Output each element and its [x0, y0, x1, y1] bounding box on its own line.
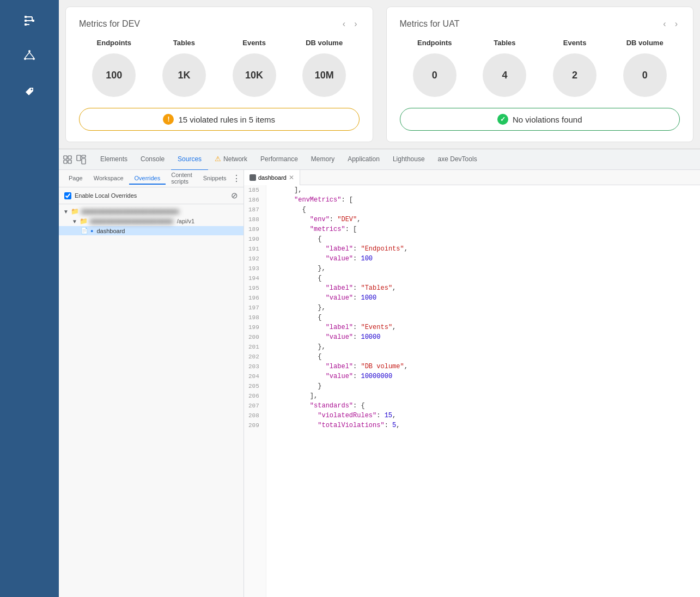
- ln-206: 206: [248, 391, 259, 401]
- code-line-201: },: [271, 342, 696, 352]
- svg-rect-20: [82, 155, 86, 157]
- metrics-dev-next[interactable]: ›: [352, 18, 359, 30]
- code-editor[interactable]: 185 186 187 188 189 190 191 192 193 194 …: [244, 185, 700, 597]
- code-line-202: {: [271, 352, 696, 362]
- tab-performance[interactable]: Performance: [254, 149, 305, 170]
- metric-dev-endpoints-label: Endpoints: [97, 39, 132, 47]
- metric-dev-events-value: 10K: [233, 53, 276, 97]
- svg-rect-19: [77, 155, 81, 161]
- metric-uat-events-value: 2: [553, 53, 596, 97]
- code-line-205: }: [271, 381, 696, 391]
- tab-memory[interactable]: Memory: [305, 149, 341, 170]
- overrides-toolbar: Enable Local Overrides ⊘: [59, 187, 244, 204]
- sidebar-icon-tag[interactable]: [17, 78, 41, 102]
- code-line-185: ],: [271, 185, 696, 195]
- violations-text-dev: 15 violated rules in 5 items: [178, 115, 275, 124]
- metrics-card-dev: Metrics for DEV ‹ › Endpoints 100 Tables…: [65, 7, 373, 142]
- tree-child-folder[interactable]: ▼ 📁 ■■■■■■■■■■■■■■■■■■■■■■■ /api/v1: [59, 216, 244, 226]
- metric-dev-tables-label: Tables: [173, 39, 195, 47]
- subtab-more-button[interactable]: ⋮: [232, 173, 241, 184]
- network-warning-icon: ⚠: [215, 153, 221, 165]
- ln-203: 203: [248, 362, 259, 371]
- metric-dev-endpoints-value: 100: [92, 53, 136, 97]
- ln-204: 204: [248, 371, 259, 381]
- tree-child-toggle: ▼: [72, 218, 77, 224]
- code-line-195: "label": "Tables",: [271, 283, 696, 293]
- ln-197: 197: [248, 303, 259, 313]
- metric-dev-tables-value: 1K: [162, 53, 206, 97]
- tree-root-toggle: ▼: [63, 209, 69, 215]
- ln-198: 198: [248, 313, 259, 322]
- code-line-194: {: [271, 273, 696, 283]
- metric-uat-tables-label: Tables: [494, 39, 515, 47]
- clear-overrides-icon[interactable]: ⊘: [231, 191, 238, 200]
- svg-rect-1: [25, 20, 27, 22]
- sidebar: [0, 0, 59, 597]
- tab-lighthouse[interactable]: Lighthouse: [386, 149, 431, 170]
- editor-tab-label: dashboard: [258, 174, 287, 181]
- ln-208: 208: [248, 411, 259, 421]
- sidebar-icon-topology[interactable]: [17, 44, 41, 68]
- code-line-190: {: [271, 234, 696, 244]
- svg-line-12: [29, 52, 34, 58]
- subtab-overrides[interactable]: Overrides: [129, 173, 166, 185]
- devtools-content: Page Workspace Overrides Content scripts…: [59, 170, 700, 597]
- editor-tab-close-button[interactable]: ✕: [289, 174, 294, 181]
- subtab-content-scripts[interactable]: Content scripts: [166, 170, 198, 188]
- metrics-card-dev-title: Metrics for DEV: [79, 19, 140, 29]
- code-line-191: "label": "Endpoints",: [271, 244, 696, 254]
- metric-dev-dbvolume: DB volume 10M: [302, 39, 346, 97]
- tab-sources[interactable]: Sources: [171, 149, 208, 170]
- code-line-204: "value": 10000000: [271, 371, 696, 381]
- tab-application[interactable]: Application: [341, 149, 386, 170]
- tab-console[interactable]: Console: [134, 149, 171, 170]
- violation-icon-uat: ✓: [497, 114, 508, 125]
- ln-189: 189: [248, 224, 259, 234]
- metric-uat-dbvolume-value: 0: [623, 53, 667, 97]
- metric-dev-events: Events 10K: [233, 39, 276, 97]
- ln-193: 193: [248, 264, 259, 273]
- metric-uat-dbvolume-label: DB volume: [626, 39, 664, 47]
- enable-overrides-input[interactable]: [64, 192, 71, 199]
- ln-191: 191: [248, 244, 259, 254]
- code-line-196: "value": 1000: [271, 293, 696, 303]
- code-line-203: "label": "DB volume",: [271, 362, 696, 371]
- tab-axe[interactable]: axe DevTools: [431, 149, 484, 170]
- subtab-page[interactable]: Page: [63, 173, 88, 185]
- svg-point-14: [31, 89, 33, 90]
- editor-tab-dashboard[interactable]: dashboard ✕: [244, 170, 300, 185]
- code-line-188: "env": "DEV",: [271, 215, 696, 224]
- metrics-card-uat: Metrics for UAT ‹ › Endpoints 0 Tables 4…: [386, 7, 694, 142]
- svg-point-8: [28, 50, 31, 52]
- ln-195: 195: [248, 283, 259, 293]
- tab-network[interactable]: ⚠ Network: [208, 149, 254, 170]
- sidebar-icon-routes[interactable]: [17, 9, 41, 33]
- metric-uat-events: Events 2: [553, 39, 596, 97]
- code-line-192: "value": 100: [271, 254, 696, 264]
- tree-root[interactable]: ▼ 📁 ■■■■■■■■■■■■■■■■■■■■■■■■■■■: [59, 206, 244, 216]
- violations-banner-dev[interactable]: ! 15 violated rules in 5 items: [79, 108, 360, 131]
- tab-elements[interactable]: Elements: [94, 149, 134, 170]
- metric-dev-dbvolume-label: DB volume: [306, 39, 343, 47]
- metrics-uat-cols: Endpoints 0 Tables 4 Events 2 DB volume …: [400, 39, 680, 97]
- ln-196: 196: [248, 293, 259, 303]
- metrics-uat-next[interactable]: ›: [673, 18, 680, 30]
- subtab-workspace[interactable]: Workspace: [88, 173, 129, 185]
- metrics-dev-nav: ‹ ›: [340, 18, 360, 30]
- editor-tab-file-icon: [249, 174, 256, 181]
- svg-rect-15: [64, 156, 67, 159]
- ln-205: 205: [248, 381, 259, 391]
- metrics-card-uat-header: Metrics for UAT ‹ ›: [400, 18, 680, 30]
- metrics-uat-prev[interactable]: ‹: [661, 18, 668, 30]
- enable-overrides-checkbox[interactable]: Enable Local Overrides: [64, 192, 137, 199]
- code-line-193: },: [271, 264, 696, 273]
- code-line-200: "value": 10000: [271, 332, 696, 342]
- metric-uat-endpoints-value: 0: [413, 53, 456, 97]
- violations-banner-uat[interactable]: ✓ No violations found: [400, 108, 680, 131]
- ln-188: 188: [248, 215, 259, 224]
- tree-file-dashboard[interactable]: 📄 ● dashboard: [59, 226, 244, 235]
- metrics-dev-prev[interactable]: ‹: [340, 18, 348, 30]
- subtab-snippets[interactable]: Snippets: [198, 173, 232, 185]
- ln-186: 186: [248, 195, 259, 205]
- tree-root-label: ■■■■■■■■■■■■■■■■■■■■■■■■■■■: [81, 208, 179, 215]
